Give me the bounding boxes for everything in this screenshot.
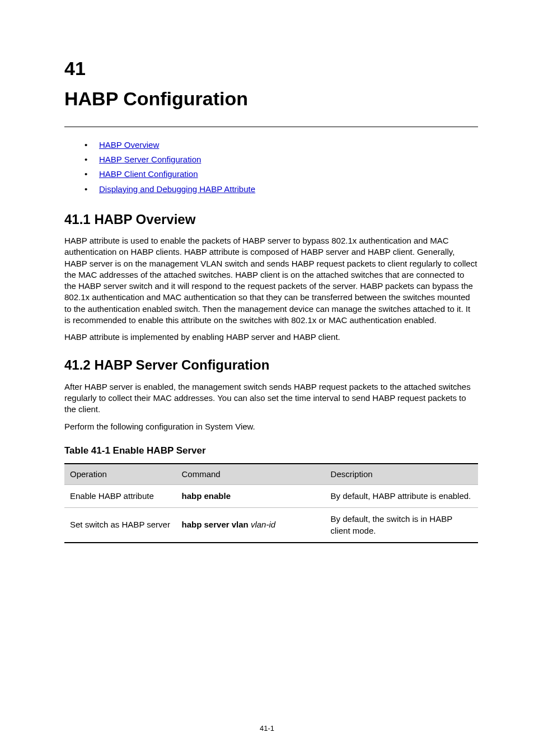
server-paragraph-2: Perform the following configuration in S… [64,421,478,432]
table-row: Set switch as HABP server habp server vl… [64,508,478,543]
table-header-command: Command [176,464,325,485]
toc-link-server[interactable]: HABP Server Configuration [99,155,201,164]
table-header-row: Operation Command Description [64,464,478,485]
overview-paragraph-1: HABP attribute is used to enable the pac… [64,235,478,326]
toc-item: HABP Server Configuration [85,154,478,165]
cell-command: habp server vlan vlan-id [176,508,325,543]
toc-link-client[interactable]: HABP Client Configuration [99,169,198,179]
cell-operation: Set switch as HABP server [64,508,176,543]
toc-link-overview[interactable]: HABP Overview [99,140,159,150]
cell-description: By default, the switch is in HABP client… [325,508,478,543]
chapter-number: 41 [64,56,478,82]
toc-item: HABP Overview [85,139,478,151]
section-server-heading: 41.2 HABP Server Configuration [64,356,478,374]
title-rule [64,127,478,127]
toc-item: Displaying and Debugging HABP Attribute [85,184,478,195]
table-header-operation: Operation [64,464,176,485]
table-header-description: Description [325,464,478,485]
toc-list: HABP Overview HABP Server Configuration … [85,139,478,195]
toc-link-debugging[interactable]: Displaying and Debugging HABP Attribute [99,184,255,194]
page-number: 41-1 [0,724,534,734]
server-table: Operation Command Description Enable HAB… [64,463,478,543]
chapter-title: HABP Configuration [64,86,478,112]
cell-description: By default, HABP attribute is enabled. [325,485,478,508]
toc-item: HABP Client Configuration [85,169,478,180]
overview-paragraph-2: HABP attribute is implemented by enablin… [64,332,478,343]
section-overview-heading: 41.1 HABP Overview [64,211,478,228]
table-row: Enable HABP attribute habp enable By def… [64,485,478,508]
table-title: Table 41-1 Enable HABP Server [64,445,478,458]
cell-command: habp enable [176,485,325,508]
cell-operation: Enable HABP attribute [64,485,176,508]
server-paragraph-1: After HABP server is enabled, the manage… [64,381,478,416]
